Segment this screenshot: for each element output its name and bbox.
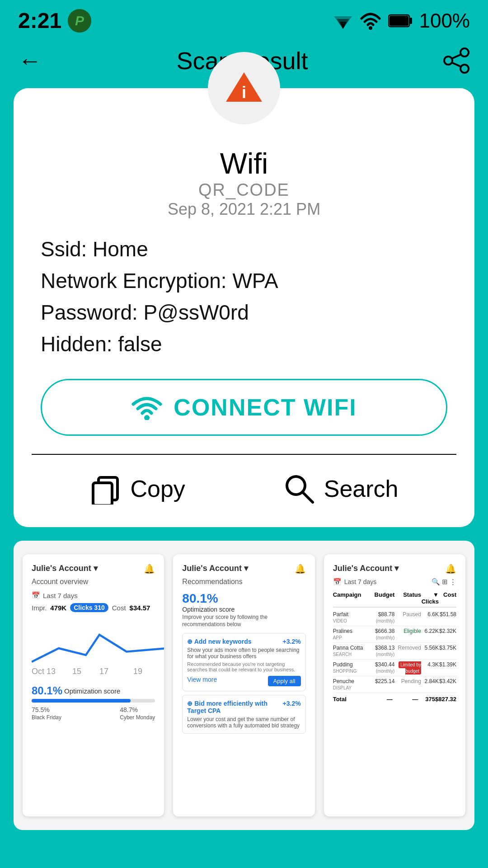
share-button[interactable] (443, 47, 470, 74)
connect-wifi-label: CONNECT WIFI (174, 394, 357, 421)
svg-line-11 (452, 55, 460, 58)
mini-chart-1: Oct 13 15 17 19 (32, 621, 164, 675)
svg-rect-7 (389, 16, 408, 26)
status-bar: 2:21 P 100% (0, 0, 488, 38)
status-time: 2:21 (18, 8, 61, 33)
svg-text:Oct 13: Oct 13 (32, 667, 56, 675)
search-icon (283, 473, 315, 505)
search-label: Search (324, 475, 399, 502)
ssid-line: Ssid: Home (41, 237, 447, 261)
svg-point-15 (144, 415, 150, 420)
svg-rect-17 (93, 483, 112, 505)
action-row: Copy Search (14, 455, 474, 505)
svg-line-19 (303, 492, 313, 502)
connect-wifi-button[interactable]: CONNECT WIFI (41, 379, 447, 436)
preview-card-2: Julie's Account ▾ 🔔 Recommendations 80.1… (173, 554, 314, 816)
svg-point-10 (460, 65, 469, 73)
svg-point-8 (460, 48, 469, 57)
card-type-title: Wifi (14, 147, 474, 180)
encryption-line: Network Encryption: WPA (41, 269, 447, 293)
search-button[interactable]: Search (283, 473, 399, 505)
wifi-details: Ssid: Home Network Encryption: WPA Passw… (14, 237, 474, 356)
battery-percent: 100% (419, 9, 470, 32)
wifi-connect-icon (131, 395, 163, 420)
bottom-preview-area: Julie's Account ▾ 🔔 Account overview 📅La… (14, 541, 474, 830)
wifi-status-icon (359, 12, 382, 30)
copy-icon (89, 473, 121, 505)
card-subtitle: QR_CODE (14, 180, 474, 200)
password-line: Password: P@ssW0rd (41, 300, 447, 325)
svg-point-4 (369, 26, 372, 30)
svg-text:17: 17 (99, 667, 108, 675)
copy-button[interactable]: Copy (89, 473, 185, 505)
wifi-result-card: i Wifi QR_CODE Sep 8, 2021 2:21 PM Ssid:… (14, 88, 474, 527)
preview-card-1: Julie's Account ▾ 🔔 Account overview 📅La… (23, 554, 164, 816)
svg-point-9 (444, 57, 452, 65)
card-date: Sep 8, 2021 2:21 PM (14, 200, 474, 219)
back-button[interactable]: ← (18, 47, 42, 74)
svg-rect-6 (409, 18, 412, 24)
wifi-info-icon: i (221, 66, 267, 111)
wifi-icon-container: i (208, 52, 280, 124)
svg-text:19: 19 (133, 667, 142, 675)
svg-text:i: i (242, 83, 246, 102)
parkwhiz-icon: P (68, 9, 91, 33)
signal-icon (333, 12, 353, 30)
svg-line-12 (452, 63, 460, 66)
hidden-line: Hidden: false (41, 332, 447, 356)
svg-text:15: 15 (72, 667, 81, 675)
preview-card-3: Julie's Account ▾ 🔔 📅Last 7 days 🔍 ⊞ ⋮ C… (324, 554, 465, 816)
copy-label: Copy (130, 475, 185, 502)
battery-icon (388, 13, 413, 29)
